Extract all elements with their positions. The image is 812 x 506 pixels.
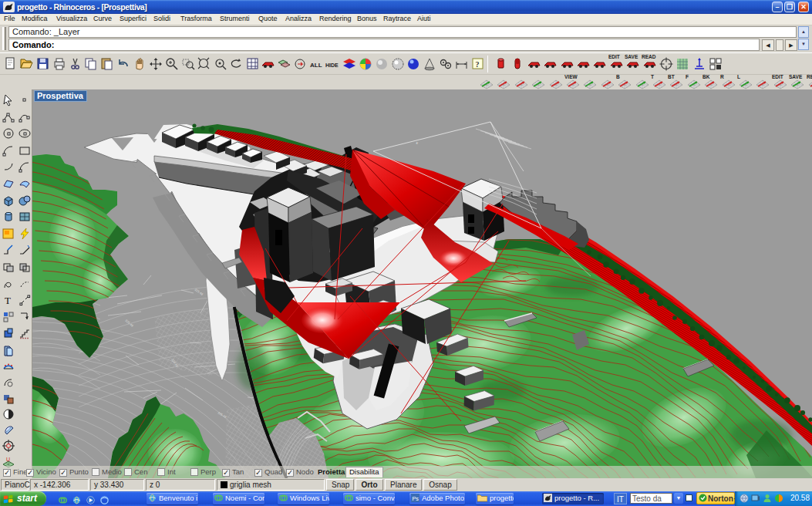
- svg-text:T: T: [5, 295, 11, 306]
- svg-text:U: U: [6, 457, 10, 462]
- svg-text:ALL: ALL: [310, 62, 322, 69]
- svg-text:HIDE: HIDE: [325, 62, 339, 68]
- svg-text:Ps: Ps: [412, 495, 419, 502]
- svg-text:?: ?: [476, 60, 480, 69]
